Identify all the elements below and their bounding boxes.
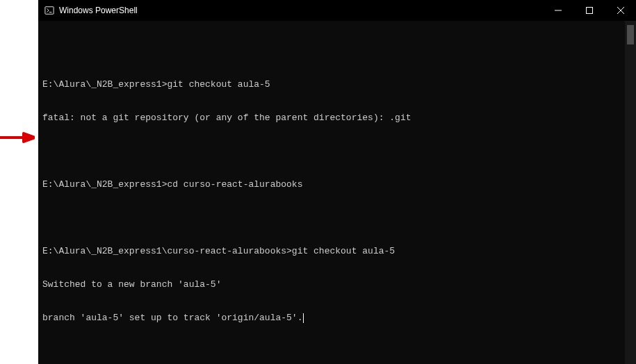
blank-line (42, 46, 621, 57)
powershell-icon (44, 5, 55, 16)
titlebar[interactable]: Windows PowerShell (38, 0, 636, 21)
prompt-line: E:\Alura\_N2B_express1>cd curso-react-al… (42, 179, 621, 190)
scrollbar-thumb[interactable] (627, 25, 634, 44)
prompt-line: E:\Alura\_N2B_express1\curso-react-alura… (42, 246, 621, 257)
output-line: branch 'aula-5' set up to track 'origin/… (42, 313, 621, 324)
svg-rect-0 (45, 7, 54, 15)
powershell-window: Windows PowerShell E:\Alura\_N2B_express… (38, 0, 636, 364)
blank-line (42, 146, 621, 157)
scrollbar[interactable] (625, 21, 636, 364)
window-title: Windows PowerShell (59, 6, 138, 15)
prompt-line: E:\Alura\_N2B_express1>git checkout aula… (42, 79, 621, 90)
pointer-arrow (0, 131, 35, 144)
maximize-button[interactable] (573, 0, 605, 21)
output-line: Switched to a new branch 'aula-5' (42, 279, 621, 290)
minimize-button[interactable] (542, 0, 573, 21)
blank-line (42, 213, 621, 224)
text-cursor (303, 313, 304, 323)
blank-line (42, 346, 621, 357)
close-button[interactable] (605, 0, 636, 21)
output-line: fatal: not a git repository (or any of t… (42, 113, 621, 124)
svg-rect-1 (586, 8, 592, 14)
terminal-output[interactable]: E:\Alura\_N2B_express1>git checkout aula… (38, 21, 625, 364)
